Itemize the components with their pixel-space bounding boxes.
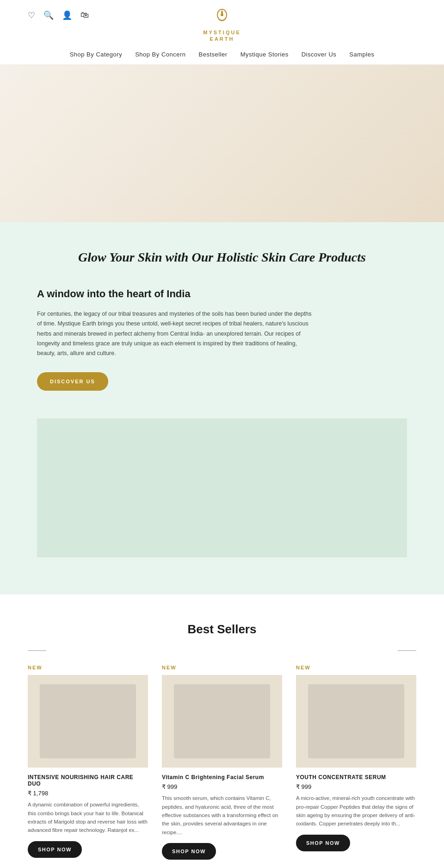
carousel-line-left — [28, 650, 46, 651]
product-desc-1: A dynamic combination of powerful ingred… — [28, 800, 148, 835]
nav-bestseller[interactable]: Bestseller — [199, 51, 228, 58]
main-nav: Shop By Category Shop By Concern Bestsel… — [70, 46, 375, 64]
product-badge-2: NEW — [162, 665, 282, 670]
product-desc-2: This smooth serum, which contains Vitami… — [162, 794, 282, 837]
carousel-line-right — [398, 650, 416, 651]
nav-shop-by-concern[interactable]: Shop By Concern — [135, 51, 185, 58]
green-section: Glow Your Skin with Our Holistic Skin Ca… — [0, 222, 444, 594]
product-title-3: YOUTH CONCENTRATE SERUM — [296, 774, 416, 781]
carousel-bottom-nav: ← → — [28, 860, 416, 868]
discover-us-button[interactable]: DISCOVER US — [37, 372, 108, 391]
logo-name-line1: MYSTIQUE — [203, 30, 240, 35]
site-header: MYSTIQUE EARTH Shop By Category Shop By … — [0, 0, 444, 65]
product-image-3 — [296, 675, 416, 768]
green-section-headline: Glow Your Skin with Our Holistic Skin Ca… — [37, 250, 407, 265]
nav-discover-us[interactable]: Discover Us — [302, 51, 337, 58]
product-price-2: ₹ 999 — [162, 783, 282, 790]
shop-now-button-1[interactable]: SHOP NOW — [28, 841, 82, 858]
hero-banner — [0, 65, 444, 222]
logo-name-line2: EARTH — [210, 36, 234, 42]
product-desc-3: A micro-active, mineral-rich youth conce… — [296, 794, 416, 828]
product-badge-3: NEW — [296, 665, 416, 670]
bestsellers-title: Best Sellers — [28, 622, 416, 637]
product-card-2: NEW Vitamin C Brightening Facial Serum ₹… — [162, 665, 282, 860]
products-grid: NEW INTENSIVE NOURISHING HAIR CARE DUO ₹… — [28, 665, 416, 860]
product-card-1: NEW INTENSIVE NOURISHING HAIR CARE DUO ₹… — [28, 665, 148, 860]
product-image-1 — [28, 675, 148, 768]
svg-point-1 — [221, 13, 223, 16]
account-icon[interactable]: 👤 — [62, 10, 72, 20]
product-price-1: ₹ 1,798 — [28, 790, 148, 797]
wishlist-icon[interactable]: ♡ — [28, 10, 35, 20]
search-icon[interactable]: 🔍 — [43, 10, 54, 20]
nav-samples[interactable]: Samples — [349, 51, 374, 58]
shop-now-button-2[interactable]: SHOP NOW — [162, 843, 216, 860]
green-section-image — [37, 418, 407, 557]
nav-mystique-stories[interactable]: Mystique Stories — [240, 51, 289, 58]
product-badge-1: NEW — [28, 665, 148, 670]
product-price-3: ₹ 999 — [296, 783, 416, 790]
cart-icon[interactable]: 🛍 — [80, 10, 89, 20]
product-card-3: NEW YOUTH CONCENTRATE SERUM ₹ 999 A micr… — [296, 665, 416, 860]
product-title-1: INTENSIVE NOURISHING HAIR CARE DUO — [28, 774, 148, 787]
nav-shop-by-category[interactable]: Shop By Category — [70, 51, 123, 58]
shop-now-button-3[interactable]: SHOP NOW — [296, 835, 350, 851]
green-section-body: For centuries, the legacy of our tribal … — [37, 309, 314, 358]
bestsellers-section: Best Sellers NEW INTENSIVE NOURISHING HA… — [0, 594, 444, 868]
product-image-2 — [162, 675, 282, 768]
green-section-subheading: A window into the heart of India — [37, 288, 314, 300]
logo[interactable]: MYSTIQUE EARTH — [203, 8, 240, 42]
product-title-2: Vitamin C Brightening Facial Serum — [162, 774, 282, 781]
